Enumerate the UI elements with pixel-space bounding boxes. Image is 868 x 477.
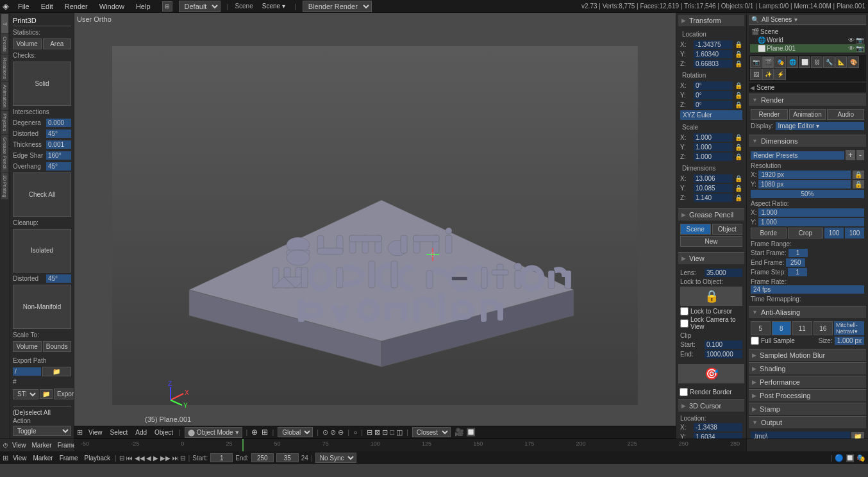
transform-icon[interactable]: ⊞ (262, 428, 268, 437)
output-panel-header[interactable]: ▼ Output (749, 416, 866, 428)
dim-x-input[interactable] (694, 174, 733, 183)
add-menu[interactable]: Add (133, 429, 149, 436)
vtab-3dprint[interactable]: 3D Printing (1, 172, 8, 200)
output-path-browse[interactable]: 📁 (851, 432, 864, 439)
vtab-create[interactable]: Create (1, 34, 8, 54)
action-select[interactable]: Toggle (13, 426, 71, 436)
loc-z-input[interactable] (694, 60, 733, 68)
isolated-btn[interactable]: Isolated (13, 229, 71, 273)
modifier-icon[interactable]: 🔧 (823, 56, 835, 68)
output-path-input[interactable] (751, 431, 850, 439)
cursor-y-input[interactable] (694, 433, 742, 439)
add-preset-btn[interactable]: + (846, 150, 855, 160)
format-icon[interactable]: 📁 (40, 389, 53, 399)
solid-btn[interactable]: Solid (13, 62, 71, 106)
texture-icon[interactable]: 🖼 (750, 69, 762, 80)
lens-input[interactable] (705, 269, 742, 277)
clip-end-input[interactable] (705, 350, 742, 358)
constraints-icon[interactable]: ⛓ (811, 56, 822, 68)
search-icon[interactable]: 🔍 (751, 16, 759, 23)
border-x-input[interactable] (824, 228, 844, 238)
res-y-value[interactable]: 1080 px (758, 180, 851, 188)
renderer-select[interactable]: Blender Render (303, 1, 372, 12)
loc-y-lock[interactable]: 🔒 (735, 51, 742, 58)
menu-edit[interactable]: Edit (38, 3, 56, 10)
gp-object-btn[interactable]: Object (712, 224, 743, 235)
transform-space[interactable]: Global (278, 427, 313, 437)
plane-eye-icon[interactable]: 👁 (848, 45, 855, 52)
plane-tree-item[interactable]: ⬜ Plane.001 👁 📷 (750, 44, 865, 53)
degenera-input[interactable] (46, 119, 71, 127)
res-x-value[interactable]: 1920 px (758, 171, 851, 179)
vtab-physics[interactable]: Physics (1, 111, 8, 134)
distorted2-input[interactable] (46, 274, 71, 283)
scale-z-lock[interactable]: 🔒 (735, 153, 742, 160)
bc-view[interactable]: View (11, 455, 29, 462)
world-cam-icon[interactable]: 📷 (856, 37, 864, 44)
border-y-input[interactable] (845, 228, 864, 238)
scale-x-lock[interactable]: 🔒 (735, 134, 742, 141)
crop-btn[interactable]: Crop (788, 228, 824, 238)
stamp-header[interactable]: ▶ Stamp (749, 403, 866, 415)
manipulator-icon[interactable]: ⊕ (251, 428, 258, 437)
render-btn[interactable]: Render (751, 109, 788, 120)
export-path-input[interactable] (13, 367, 41, 376)
overhang-input[interactable] (46, 162, 71, 171)
scene-tree-arrow[interactable]: ▾ (794, 16, 797, 23)
vtab-grease[interactable]: Grease Pencil (1, 135, 8, 172)
camera-icon[interactable]: 📷 (750, 56, 762, 68)
aa-panel-header[interactable]: ▼ Anti-Aliasing (749, 306, 866, 318)
performance-header[interactable]: ▶ Performance (749, 376, 866, 388)
loc-y-input[interactable] (694, 50, 733, 58)
aa-8-btn[interactable]: 8 (772, 321, 792, 335)
distorted-input[interactable] (46, 130, 71, 138)
euler-select[interactable]: XYZ Euler (680, 110, 742, 120)
display-select[interactable]: Image Editor ▾ (776, 122, 864, 130)
rot-y-lock[interactable]: 🔒 (735, 92, 742, 99)
edge-sharp-input[interactable] (46, 151, 71, 160)
object-menu[interactable]: Object (153, 429, 175, 436)
end-frame-ctrl[interactable] (251, 453, 274, 462)
plane-cam-icon[interactable]: 📷 (856, 45, 864, 52)
aspect-y[interactable]: 1.000 (758, 218, 864, 226)
scale-vol-btn[interactable]: Volume (13, 341, 42, 352)
start-frame-ctrl[interactable] (210, 453, 233, 462)
remove-preset-btn[interactable]: - (856, 150, 864, 160)
render-props-icon[interactable]: 🎬 (762, 56, 774, 68)
loc-x-lock[interactable]: 🔒 (735, 41, 742, 48)
motion-blur-header[interactable]: ▶ Sampled Motion Blur (749, 349, 866, 361)
engine-select[interactable]: Default (179, 1, 221, 12)
data-icon[interactable]: 📐 (835, 56, 847, 68)
rot-x-input[interactable] (694, 81, 733, 90)
3d-viewport[interactable]: User Ortho (74, 13, 676, 439)
aa-5-btn[interactable]: 5 (751, 321, 771, 335)
loc-z-lock[interactable]: 🔒 (735, 60, 742, 67)
clip-start-input[interactable] (705, 340, 742, 349)
scale-y-lock[interactable]: 🔒 (735, 144, 742, 151)
lock-camera-check[interactable] (680, 319, 689, 328)
sync-select[interactable]: No Sync (315, 453, 356, 463)
menu-help[interactable]: Help (133, 3, 153, 10)
vtab-tools[interactable]: T (1, 14, 8, 33)
bc-marker[interactable]: Marker (31, 455, 55, 462)
animation-btn[interactable]: Animation (789, 109, 826, 120)
res-y-lock[interactable]: 🔒 (853, 180, 864, 188)
format-select[interactable]: STL (13, 389, 38, 399)
tl-view[interactable]: View (10, 442, 28, 449)
deselect-all[interactable]: (De)select All (13, 409, 71, 416)
render-border-check[interactable] (680, 388, 688, 396)
current-frame-ctrl[interactable] (276, 453, 299, 462)
size-val[interactable]: 1.000 px (835, 337, 864, 345)
vtab-animation[interactable]: Animation (1, 82, 8, 110)
full-sample-check[interactable] (751, 337, 759, 345)
tl-marker[interactable]: Marker (30, 442, 54, 449)
object-props-icon[interactable]: ⬜ (799, 56, 810, 68)
audio-btn[interactable]: Audio (827, 109, 864, 120)
rot-x-lock[interactable]: 🔒 (735, 82, 742, 89)
transform-panel-header[interactable]: ▶ Transform (678, 15, 744, 26)
export-path-icon[interactable]: 📁 (42, 367, 72, 376)
view-panel-header[interactable]: ▶ View (678, 252, 744, 264)
border-btn[interactable]: Borde (751, 228, 787, 238)
3d-cursor-header[interactable]: ▶ 3D Cursor (678, 399, 744, 412)
scale-y-input[interactable] (694, 143, 733, 151)
